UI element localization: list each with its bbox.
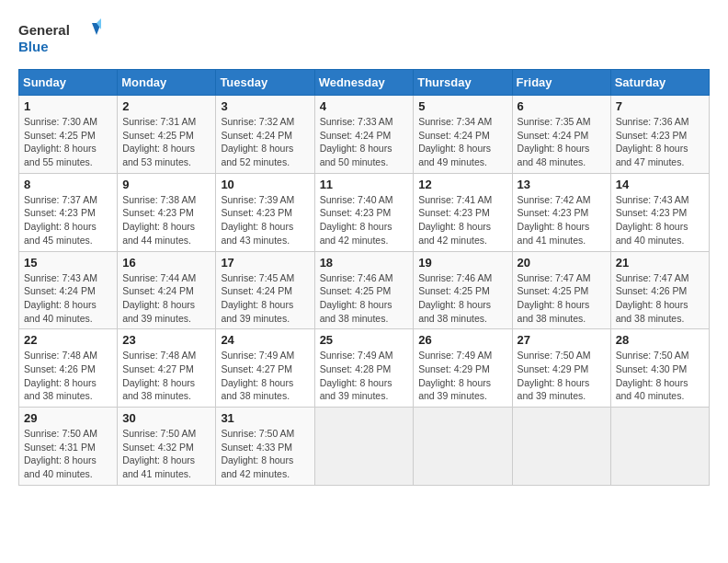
day-number: 21 (616, 256, 704, 270)
calendar-cell: 28Sunrise: 7:50 AMSunset: 4:30 PMDayligh… (610, 329, 709, 408)
day-number: 23 (122, 333, 210, 347)
calendar-cell: 9Sunrise: 7:38 AMSunset: 4:23 PMDaylight… (118, 173, 216, 251)
calendar-cell: 4Sunrise: 7:33 AMSunset: 4:24 PMDaylight… (314, 96, 414, 174)
day-info: Sunrise: 7:48 AMSunset: 4:26 PMDaylight:… (24, 349, 112, 403)
day-number: 9 (122, 178, 210, 191)
day-number: 31 (221, 411, 309, 425)
day-number: 2 (122, 99, 210, 113)
day-number: 25 (320, 333, 409, 347)
day-number: 14 (616, 178, 704, 191)
day-number: 26 (418, 333, 506, 347)
day-info: Sunrise: 7:46 AMSunset: 4:25 PMDaylight:… (320, 271, 409, 326)
day-info: Sunrise: 7:31 AMSunset: 4:25 PMDaylight:… (122, 115, 210, 169)
day-info: Sunrise: 7:50 AMSunset: 4:30 PMDaylight:… (616, 349, 704, 403)
header-day-tuesday: Tuesday (216, 70, 314, 96)
day-info: Sunrise: 7:39 AMSunset: 4:23 PMDaylight:… (221, 193, 309, 247)
calendar-week-5: 29Sunrise: 7:50 AMSunset: 4:31 PMDayligh… (19, 408, 710, 486)
day-info: Sunrise: 7:33 AMSunset: 4:24 PMDaylight:… (320, 115, 409, 169)
calendar-week-4: 22Sunrise: 7:48 AMSunset: 4:26 PMDayligh… (19, 329, 710, 408)
calendar-cell: 8Sunrise: 7:37 AMSunset: 4:23 PMDaylight… (19, 173, 118, 251)
day-number: 10 (221, 178, 309, 191)
calendar-cell: 31Sunrise: 7:50 AMSunset: 4:33 PMDayligh… (216, 408, 314, 486)
calendar-cell: 12Sunrise: 7:41 AMSunset: 4:23 PMDayligh… (414, 173, 512, 251)
calendar-cell (610, 408, 709, 486)
calendar-cell: 20Sunrise: 7:47 AMSunset: 4:25 PMDayligh… (512, 251, 610, 329)
day-info: Sunrise: 7:49 AMSunset: 4:28 PMDaylight:… (320, 349, 409, 403)
header-day-friday: Friday (512, 70, 610, 96)
day-number: 28 (616, 333, 704, 347)
day-info: Sunrise: 7:41 AMSunset: 4:23 PMDaylight:… (418, 193, 506, 247)
day-number: 20 (518, 256, 606, 270)
day-number: 29 (24, 411, 112, 425)
day-info: Sunrise: 7:44 AMSunset: 4:24 PMDaylight:… (122, 271, 210, 326)
calendar-header: SundayMondayTuesdayWednesdayThursdayFrid… (19, 70, 710, 96)
day-info: Sunrise: 7:47 AMSunset: 4:26 PMDaylight:… (616, 271, 704, 326)
calendar-cell: 15Sunrise: 7:43 AMSunset: 4:24 PMDayligh… (19, 251, 118, 329)
calendar-cell: 18Sunrise: 7:46 AMSunset: 4:25 PMDayligh… (314, 251, 414, 329)
day-number: 1 (24, 99, 112, 113)
calendar-cell: 30Sunrise: 7:50 AMSunset: 4:32 PMDayligh… (118, 408, 216, 486)
logo: General Blue (18, 18, 101, 60)
calendar-week-1: 1Sunrise: 7:30 AMSunset: 4:25 PMDaylight… (19, 96, 710, 174)
day-number: 4 (320, 99, 409, 113)
calendar-cell: 29Sunrise: 7:50 AMSunset: 4:31 PMDayligh… (19, 408, 118, 486)
calendar-week-3: 15Sunrise: 7:43 AMSunset: 4:24 PMDayligh… (19, 251, 710, 329)
calendar-body: 1Sunrise: 7:30 AMSunset: 4:25 PMDaylight… (19, 96, 710, 486)
day-info: Sunrise: 7:43 AMSunset: 4:24 PMDaylight:… (24, 271, 112, 326)
day-info: Sunrise: 7:49 AMSunset: 4:27 PMDaylight:… (221, 349, 309, 403)
calendar-cell: 24Sunrise: 7:49 AMSunset: 4:27 PMDayligh… (216, 329, 314, 408)
day-number: 5 (418, 99, 506, 113)
day-info: Sunrise: 7:48 AMSunset: 4:27 PMDaylight:… (122, 349, 210, 403)
day-number: 24 (221, 333, 309, 347)
svg-text:General: General (18, 22, 70, 38)
calendar-cell (414, 408, 512, 486)
calendar-cell: 5Sunrise: 7:34 AMSunset: 4:24 PMDaylight… (414, 96, 512, 174)
header-day-saturday: Saturday (610, 70, 709, 96)
calendar-cell: 23Sunrise: 7:48 AMSunset: 4:27 PMDayligh… (118, 329, 216, 408)
calendar-cell: 17Sunrise: 7:45 AMSunset: 4:24 PMDayligh… (216, 251, 314, 329)
header-day-monday: Monday (118, 70, 216, 96)
page-header: General Blue (18, 18, 710, 60)
calendar-cell: 13Sunrise: 7:42 AMSunset: 4:23 PMDayligh… (512, 173, 610, 251)
calendar-cell: 19Sunrise: 7:46 AMSunset: 4:25 PMDayligh… (414, 251, 512, 329)
day-number: 3 (221, 99, 309, 113)
day-number: 17 (221, 256, 309, 270)
day-number: 22 (24, 333, 112, 347)
calendar-week-2: 8Sunrise: 7:37 AMSunset: 4:23 PMDaylight… (19, 173, 710, 251)
day-info: Sunrise: 7:45 AMSunset: 4:24 PMDaylight:… (221, 271, 309, 326)
logo-svg: General Blue (18, 18, 101, 60)
day-info: Sunrise: 7:49 AMSunset: 4:29 PMDaylight:… (418, 349, 506, 403)
calendar-cell: 14Sunrise: 7:43 AMSunset: 4:23 PMDayligh… (610, 173, 709, 251)
day-info: Sunrise: 7:50 AMSunset: 4:33 PMDaylight:… (221, 427, 309, 481)
calendar-cell: 3Sunrise: 7:32 AMSunset: 4:24 PMDaylight… (216, 96, 314, 174)
day-number: 27 (518, 333, 606, 347)
day-info: Sunrise: 7:32 AMSunset: 4:24 PMDaylight:… (221, 115, 309, 169)
day-number: 6 (518, 99, 606, 113)
header-row: SundayMondayTuesdayWednesdayThursdayFrid… (19, 70, 710, 96)
day-info: Sunrise: 7:30 AMSunset: 4:25 PMDaylight:… (24, 115, 112, 169)
day-number: 30 (122, 411, 210, 425)
calendar-cell: 11Sunrise: 7:40 AMSunset: 4:23 PMDayligh… (314, 173, 414, 251)
day-number: 8 (24, 178, 112, 191)
day-number: 16 (122, 256, 210, 270)
calendar-cell (314, 408, 414, 486)
day-number: 7 (616, 99, 704, 113)
day-info: Sunrise: 7:46 AMSunset: 4:25 PMDaylight:… (418, 271, 506, 326)
header-day-thursday: Thursday (414, 70, 512, 96)
calendar-cell: 25Sunrise: 7:49 AMSunset: 4:28 PMDayligh… (314, 329, 414, 408)
day-info: Sunrise: 7:35 AMSunset: 4:24 PMDaylight:… (518, 115, 606, 169)
day-number: 13 (518, 178, 606, 191)
day-info: Sunrise: 7:37 AMSunset: 4:23 PMDaylight:… (24, 193, 112, 247)
day-info: Sunrise: 7:40 AMSunset: 4:23 PMDaylight:… (320, 193, 409, 247)
day-info: Sunrise: 7:50 AMSunset: 4:29 PMDaylight:… (518, 349, 606, 403)
calendar-table: SundayMondayTuesdayWednesdayThursdayFrid… (18, 69, 710, 486)
day-info: Sunrise: 7:38 AMSunset: 4:23 PMDaylight:… (122, 193, 210, 247)
calendar-cell: 6Sunrise: 7:35 AMSunset: 4:24 PMDaylight… (512, 96, 610, 174)
calendar-cell: 1Sunrise: 7:30 AMSunset: 4:25 PMDaylight… (19, 96, 118, 174)
calendar-cell: 21Sunrise: 7:47 AMSunset: 4:26 PMDayligh… (610, 251, 709, 329)
day-info: Sunrise: 7:50 AMSunset: 4:31 PMDaylight:… (24, 427, 112, 481)
calendar-cell: 16Sunrise: 7:44 AMSunset: 4:24 PMDayligh… (118, 251, 216, 329)
day-number: 11 (320, 178, 409, 191)
day-info: Sunrise: 7:50 AMSunset: 4:32 PMDaylight:… (122, 427, 210, 481)
calendar-cell: 26Sunrise: 7:49 AMSunset: 4:29 PMDayligh… (414, 329, 512, 408)
